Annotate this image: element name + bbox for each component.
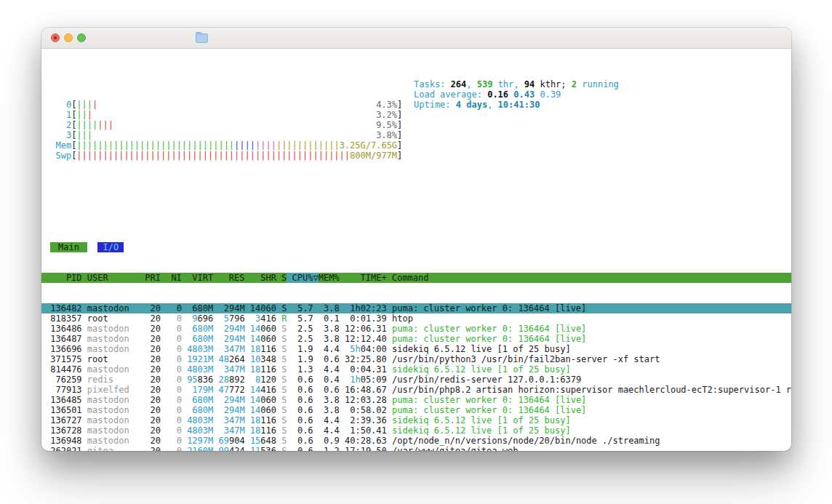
process-row-136948[interactable]: 136948 mastodon 20 0 1297M 69904 15648 S… [41, 436, 791, 446]
sysinfo-line-0: Tasks: 264, 539 thr, 94 kthr; 2 running [414, 79, 619, 89]
meter-mem: Mem[||||||||||||||||||||||||||||||||||||… [41, 140, 791, 151]
process-row-136486[interactable]: 136486 mastodon 20 0 680M 294M 14060 S 2… [41, 324, 791, 334]
process-row-136482[interactable]: 136482 mastodon 20 0 680M 294M 14060 S 5… [41, 303, 791, 313]
process-row-818357[interactable]: 818357 root 20 0 9696 5796 3416 R 5.7 0.… [41, 313, 791, 324]
column-headers-left: PID USER PRI NI VIRT RES SHR S [45, 273, 287, 283]
desktop: 0[||||4.3%] 1[|||3.2%] 2[|||||||9.5%] 3[… [0, 0, 832, 504]
process-row-136501[interactable]: 136501 mastodon 20 0 680M 294M 14060 S 0… [41, 405, 791, 415]
meter-1: 1[|||3.2%] [41, 110, 791, 120]
process-row-814476[interactable]: 814476 mastodon 20 0 4803M 347M 18116 S … [41, 364, 791, 375]
close-button[interactable] [51, 33, 60, 42]
process-table: 136482 mastodon 20 0 680M 294M 14060 S 5… [41, 303, 791, 451]
htop-screen: 0[||||4.3%] 1[|||3.2%] 2[|||||||9.5%] 3[… [41, 49, 791, 451]
meter-3: 3[|||3.8%] [41, 130, 791, 140]
column-header-row[interactable]: PID USER PRI NI VIRT RES SHR S CPU%▽MEM%… [41, 273, 791, 283]
process-row-77913[interactable]: 77913 pixelfed 20 0 179M 47772 14416 S 0… [41, 385, 791, 395]
folder-icon [196, 33, 208, 43]
column-headers-right: MEM% TIME+ Command [319, 273, 429, 283]
process-row-136487[interactable]: 136487 mastodon 20 0 680M 294M 14060 S 2… [41, 334, 791, 344]
close-dot-icon [54, 36, 57, 39]
minimize-button[interactable] [64, 33, 73, 42]
process-row-262021[interactable]: 262021 gitea 20 0 2160M 99424 11536 S 0.… [41, 446, 791, 451]
sysinfo-line-1: Load average: 0.16 0.43 0.39 [414, 89, 619, 100]
meter-swp: Swp[||||||||||||||||||||||||||||||||||||… [41, 151, 791, 161]
sysinfo-line-2: Uptime: 4 days, 10:41:30 [414, 100, 619, 110]
tab-gap [45, 242, 50, 252]
system-info: Tasks: 264, 539 thr, 94 kthr; 2 runningL… [414, 79, 619, 110]
spacer-line [41, 212, 791, 222]
tab-main[interactable]: Main [50, 242, 87, 252]
process-row-136485[interactable]: 136485 mastodon 20 0 680M 294M 14060 S 0… [41, 395, 791, 405]
process-row-136696[interactable]: 136696 mastodon 20 0 4803M 347M 18116 S … [41, 344, 791, 354]
titlebar[interactable] [41, 28, 791, 49]
header-area: 0[||||4.3%] 1[|||3.2%] 2[|||||||9.5%] 3[… [41, 79, 791, 191]
tab-gap [87, 242, 97, 252]
process-row-371575[interactable]: 371575 root 20 0 1921M 48264 10348 S 1.9… [41, 354, 791, 364]
process-row-136728[interactable]: 136728 mastodon 20 0 4803M 347M 18116 S … [41, 425, 791, 436]
zoom-button[interactable] [77, 33, 86, 42]
tab-io[interactable]: I/O [97, 242, 124, 252]
terminal-window: 0[||||4.3%] 1[|||3.2%] 2[|||||||9.5%] 3[… [41, 28, 791, 451]
meter-2: 2[|||||||9.5%] [41, 120, 791, 130]
process-row-76259[interactable]: 76259 redis 20 0 95836 28892 8120 S 0.6 … [41, 375, 791, 385]
process-row-136727[interactable]: 136727 mastodon 20 0 4803M 347M 18116 S … [41, 415, 791, 425]
sort-column-cpu[interactable]: CPU%▽ [287, 273, 318, 283]
screen-tabs: Main I/O [41, 242, 791, 252]
